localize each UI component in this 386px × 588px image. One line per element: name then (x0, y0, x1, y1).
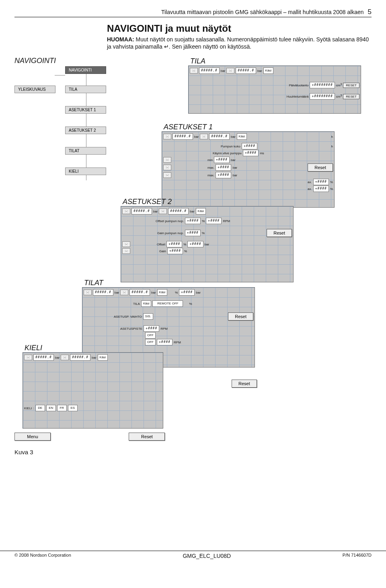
intro-heading: NAVIGOINTI ja muut näytöt (107, 23, 372, 34)
reset-button[interactable]: RESET (343, 83, 359, 88)
mode-kasi[interactable]: Käsi (263, 67, 274, 74)
value-field[interactable]: +#### (214, 157, 230, 163)
screen-a1-title: ASETUKSET 1 (164, 123, 213, 131)
reset-button[interactable]: Reset (308, 163, 333, 172)
value-field[interactable]: +######## (310, 82, 335, 88)
value-field[interactable]: +#### (166, 241, 182, 247)
unit-bar: bar (221, 69, 226, 73)
gauge-icon: :-: (163, 172, 171, 178)
value-field[interactable]: +#### (167, 248, 183, 254)
field-off[interactable]: OFF (145, 339, 156, 345)
label-max: max. (207, 174, 214, 177)
nav-root-button[interactable]: NAVIGOINTI (65, 66, 106, 74)
nav-asetukset1[interactable]: ASETUKSET 1 (65, 106, 106, 114)
unit-ms: ms (260, 151, 264, 155)
value-field[interactable]: #####.# (168, 208, 189, 214)
nav-tila[interactable]: TILA (65, 86, 106, 93)
field-remote-off[interactable]: REMOTE OFF (152, 300, 183, 307)
mode-kasi[interactable]: Käsi (157, 289, 168, 296)
label-tila: TILA (133, 302, 140, 306)
value-field[interactable]: +#### (185, 230, 201, 236)
field-kasi[interactable]: Käsi (141, 300, 152, 307)
unit-bar: bar (205, 243, 209, 246)
menu-button[interactable]: Menu (14, 433, 51, 441)
nav-asetukset2[interactable]: ASETUKSET 2 (65, 127, 106, 134)
value-field[interactable]: +#### (179, 289, 195, 296)
gauge-icon: :-: (120, 290, 128, 295)
unit-bar: bar (196, 291, 201, 294)
value-field[interactable]: +#### (242, 143, 257, 149)
nav-yleiskuvaus[interactable]: YLEISKUVAUS (14, 86, 55, 93)
value-field[interactable]: +#### (216, 172, 231, 178)
gauge-icon: :-: (122, 241, 130, 247)
field-off[interactable]: OFF (145, 332, 156, 339)
value-field[interactable]: +#### (157, 339, 172, 345)
nav-tilat[interactable]: TILAT (65, 147, 106, 155)
gauge-icon: :-: (61, 355, 69, 360)
reset-button[interactable]: Reset (267, 229, 292, 237)
unit-pct: % (189, 302, 192, 306)
value-field[interactable]: +#### (313, 179, 329, 185)
value-field[interactable]: +#### (313, 186, 329, 192)
unit-rpm: RPM (174, 341, 181, 344)
label-kieli: KIELI (24, 406, 32, 410)
value-field[interactable]: #####.# (199, 67, 220, 74)
label-gain-pumpun: Gain pumpun nop. (157, 231, 184, 235)
reset-button[interactable]: Reset (232, 380, 257, 388)
tree-connector (55, 75, 65, 76)
unit-rpm: RPM (223, 219, 230, 223)
screen-tila-title: TILA (190, 57, 205, 65)
screen-kieli: KIELI :-: #####.# bar :-: #####.# bar Kä… (23, 352, 163, 429)
unit-pct: % (202, 219, 205, 223)
gauge-icon: :-: (163, 165, 171, 170)
unit-pct: % (175, 291, 178, 294)
unit-bar: bar (231, 158, 236, 162)
mode-kasi[interactable]: Käsi (98, 354, 108, 361)
screen-asetukset1: ASETUKSET 1 :-: #####.# bar :-: #####.# … (162, 131, 335, 208)
unit-h: h (331, 145, 333, 148)
value-field[interactable]: #####.# (93, 289, 113, 296)
value-field[interactable]: +#### (206, 218, 222, 224)
reset-button[interactable]: RESET (343, 94, 359, 99)
label-huuhtelumaara: Huuhtelumäärä (287, 95, 309, 98)
value-field[interactable]: #####.# (33, 354, 54, 361)
nav-section-label: NAVIGOINTI (14, 57, 56, 65)
value-field[interactable]: #####.# (236, 67, 256, 74)
value-field[interactable]: #####.# (209, 133, 230, 140)
gauge-icon: :-: (190, 68, 198, 74)
value-field[interactable]: +######## (310, 93, 335, 100)
lang-option[interactable]: EN (46, 405, 56, 411)
lang-option[interactable]: FR (57, 405, 67, 411)
reset-button[interactable]: Reset (129, 433, 165, 441)
page-number: 5 (368, 8, 372, 16)
unit-bar: bar (257, 69, 262, 73)
value-field[interactable]: +#### (187, 241, 203, 247)
label-offset-pumpun: Offset pumpun nop. (156, 219, 184, 223)
mode-kasi[interactable]: Käsi (237, 133, 247, 140)
unit-bar: bar (151, 291, 156, 294)
lang-option[interactable]: DE (35, 405, 45, 411)
value-field[interactable]: +#### (144, 325, 159, 332)
value-field[interactable]: #####.# (70, 354, 90, 361)
value-field[interactable]: #####.# (129, 289, 150, 296)
value-field[interactable]: +#### (243, 150, 259, 156)
mode-kasi[interactable]: Käsi (196, 208, 206, 214)
unit-pct: % (184, 249, 187, 253)
reset-button[interactable]: Reset (228, 312, 253, 321)
page-header: Tilavuutta mittaavan pistoolin GMG sähkö… (14, 8, 372, 17)
value-field[interactable]: #####.# (172, 133, 193, 140)
lang-option[interactable]: ES (68, 405, 78, 411)
gauge-icon: :-: (163, 157, 171, 163)
gauge-icon: :-: (84, 290, 92, 295)
header-title: Tilavuutta mittaavan pistoolin GMG sähkö… (161, 9, 364, 15)
gauge-icon: :-: (24, 355, 32, 360)
label-max: max. (207, 166, 214, 169)
label-offset: Offset (157, 243, 165, 246)
value-field[interactable]: #####.# (131, 208, 152, 214)
value-field[interactable]: +#### (185, 218, 201, 224)
field-sis[interactable]: SIS. (143, 313, 153, 320)
nav-kieli[interactable]: KIELI (65, 167, 106, 175)
label-ax: ax. (308, 187, 312, 191)
value-field[interactable]: +#### (216, 164, 231, 171)
unit-bar: bar (231, 135, 236, 139)
